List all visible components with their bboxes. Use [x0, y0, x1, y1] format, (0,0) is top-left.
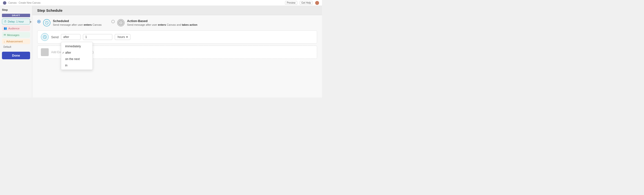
sidebar-item-audience[interactable]: 👥 Audience	[2, 26, 30, 31]
step-schedule-header: Step Schedule	[32, 6, 322, 15]
send-prefix-label: Send	[51, 35, 58, 39]
audience-icon: 👥	[4, 27, 7, 30]
default-label: Default	[2, 45, 30, 49]
messages-icon: ✉	[4, 33, 6, 37]
svg-point-3	[121, 23, 121, 23]
breadcrumb: Canvas · Create New Canvas	[8, 2, 40, 4]
action-based-text: Action-Based Send message after user ent…	[127, 19, 197, 26]
draft-badge: DRAFT	[2, 14, 30, 17]
audience-label: Audience	[8, 27, 20, 30]
content-area: Step Schedule	[32, 6, 322, 98]
app-container: Canvas · Create New Canvas Preview Get H…	[0, 0, 322, 98]
exception-icon	[41, 48, 49, 56]
top-bar: Canvas · Create New Canvas Preview Get H…	[0, 0, 322, 6]
advancement-icon: ↓	[4, 40, 5, 43]
preview-button[interactable]: Preview	[285, 1, 297, 5]
action-based-description: Send message after user enters Canvas an…	[127, 23, 197, 26]
delay-icon: ⏱	[4, 20, 6, 23]
scheduled-label: Scheduled	[53, 19, 102, 23]
content-body: Scheduled Send message after user enters…	[32, 15, 322, 98]
send-row-icon	[41, 33, 49, 41]
scheduled-icon	[43, 19, 50, 27]
timing-dropdown-container: after immediately after on the next	[61, 34, 80, 40]
action-based-label: Action-Based	[127, 19, 197, 23]
scheduled-radio[interactable]	[37, 20, 40, 23]
sidebar: Step DRAFT ⏱ Delay: 1 hour ▶ 👥 Audience …	[0, 6, 32, 98]
scheduled-text: Scheduled Send message after user enters…	[53, 19, 102, 26]
scheduled-description: Send message after user enters Canvas	[53, 23, 102, 26]
sidebar-title: Step	[2, 8, 30, 12]
app-logo	[3, 1, 6, 5]
user-avatar	[315, 1, 319, 5]
timing-option-immediately[interactable]: immediately	[61, 43, 92, 50]
get-help-button[interactable]: Get Help	[300, 1, 313, 5]
scheduled-option[interactable]: Scheduled Send message after user enters…	[37, 19, 102, 27]
main-layout: Step DRAFT ⏱ Delay: 1 hour ▶ 👥 Audience …	[0, 0, 322, 98]
timing-number-input[interactable]	[83, 34, 112, 40]
unit-label: hours	[118, 35, 125, 39]
sidebar-item-advancement[interactable]: ↓ Advancement	[2, 39, 30, 44]
timing-option-in[interactable]: in	[61, 62, 92, 69]
top-bar-actions: Preview Get Help	[285, 1, 319, 5]
timing-option-on-the-next[interactable]: on the next	[61, 56, 92, 62]
action-based-icon	[117, 19, 124, 27]
action-based-option[interactable]: Action-Based Send message after user ent…	[111, 19, 197, 27]
schedule-options: Scheduled Send message after user enters…	[37, 19, 317, 27]
sidebar-item-messages[interactable]: ✉ Messages	[2, 32, 30, 38]
send-row: Send after immediately after	[37, 30, 317, 44]
done-button[interactable]: Done	[2, 52, 30, 59]
action-based-radio[interactable]	[111, 20, 115, 23]
sidebar-arrow-icon: ▶	[30, 20, 32, 23]
messages-label: Messages	[7, 34, 19, 37]
svg-point-2	[120, 22, 122, 24]
unit-chevron-icon: ▾	[126, 35, 128, 39]
delay-label: Delay: 1 hour	[8, 20, 24, 23]
sidebar-item-delay[interactable]: ⏱ Delay: 1 hour ▶	[2, 19, 30, 25]
timing-option-after[interactable]: after	[61, 50, 92, 56]
unit-select[interactable]: hours ▾	[115, 34, 130, 40]
timing-dropdown-menu: immediately after on the next in	[61, 42, 93, 70]
step-schedule-title: Step Schedule	[37, 8, 62, 13]
timing-dropdown-trigger[interactable]: after	[61, 34, 80, 40]
svg-point-1	[119, 21, 123, 25]
advancement-label: Advancement	[6, 40, 23, 43]
